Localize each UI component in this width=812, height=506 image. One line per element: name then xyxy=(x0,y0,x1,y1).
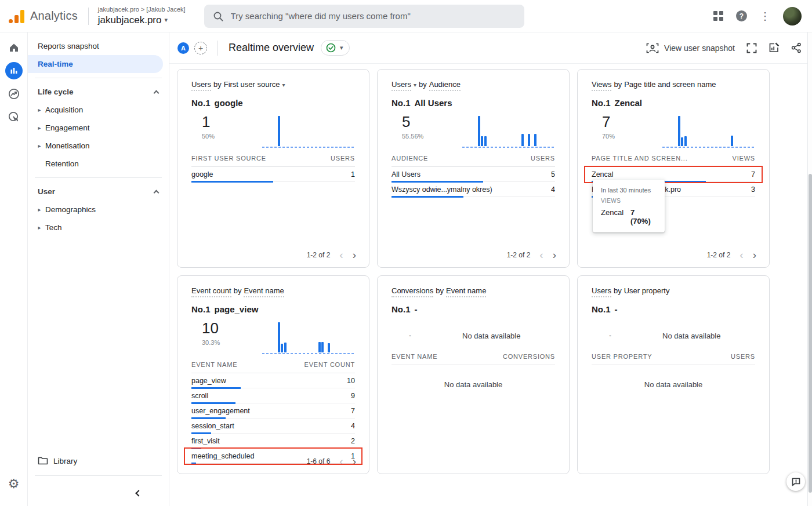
metric-caret-icon[interactable]: ▾ xyxy=(414,82,416,88)
card-title-joiner: by xyxy=(436,286,444,295)
dimension-caret-icon[interactable]: ▾ xyxy=(282,82,285,88)
pagination: 1-2 of 2‹› xyxy=(707,249,756,260)
advertising-nav-button[interactable] xyxy=(2,105,26,129)
plus-icon: + xyxy=(198,43,203,53)
table-row[interactable]: session_start4 xyxy=(191,418,355,434)
sidebar-section-life-cycle[interactable]: Life cycle xyxy=(28,83,169,101)
reports-nav-button[interactable] xyxy=(2,59,26,82)
explore-nav-button[interactable] xyxy=(2,82,26,105)
comparison-chip[interactable]: A xyxy=(177,42,189,54)
report-card: UsersbyFirst user source▾No.1google150%F… xyxy=(177,69,369,268)
no1-value: - xyxy=(615,304,618,314)
search-input[interactable] xyxy=(231,11,509,21)
metric-percent: 30.3% xyxy=(202,339,220,346)
empty-table-text: No data available xyxy=(392,380,555,389)
pagination-next-icon[interactable]: › xyxy=(553,249,556,260)
table-header: EVENT NAMECONVERSIONS xyxy=(392,353,555,365)
sidebar-item-label: Retention xyxy=(45,159,79,168)
card-metric[interactable]: Event count xyxy=(191,286,231,297)
collapse-sidebar-icon[interactable] xyxy=(135,490,142,496)
help-icon[interactable]: ? xyxy=(736,10,747,21)
sidebar-item-retention[interactable]: Retention xyxy=(28,155,169,173)
search-bar[interactable] xyxy=(204,5,524,28)
pagination-prev-icon[interactable]: ‹ xyxy=(539,249,543,260)
expand-arrow-icon: ▸ xyxy=(34,206,45,213)
report-status-pill[interactable]: ▾ xyxy=(321,40,350,56)
card-metric[interactable]: Views xyxy=(592,80,611,91)
no-data-row: -No data available xyxy=(592,325,755,346)
table-row[interactable]: page_view10 xyxy=(191,373,355,388)
scrollbar-thumb[interactable] xyxy=(809,174,812,493)
sparkline xyxy=(462,114,555,148)
sidebar-item-label: Engagement xyxy=(45,123,90,132)
sidebar-item-library[interactable]: Library xyxy=(28,451,169,471)
property-selector[interactable]: jakubjacek.pro > [Jakub Jacek] jakubjace… xyxy=(98,6,186,26)
pagination-prev-icon[interactable]: ‹ xyxy=(339,249,343,260)
nav-divider xyxy=(35,177,162,178)
card-metric[interactable]: Users xyxy=(392,80,411,91)
section-header-label: User xyxy=(38,187,55,196)
report-card: Event countbyEvent nameNo.1page_view1030… xyxy=(177,275,369,474)
card-dimension[interactable]: Event name xyxy=(244,286,284,297)
add-comparison-button[interactable]: + xyxy=(194,42,207,54)
home-nav-button[interactable] xyxy=(2,36,26,59)
table-row[interactable]: google1 xyxy=(191,167,355,182)
sidebar-item-reports-snapshot[interactable]: Reports snapshot xyxy=(28,37,169,55)
admin-settings-button[interactable]: ⚙ xyxy=(2,472,26,496)
top-entry: No.1page_view xyxy=(191,304,355,316)
sidebar-item-real-time[interactable]: Real-time xyxy=(28,55,163,73)
view-user-snapshot-button[interactable]: View user snapshot xyxy=(646,43,735,53)
user-avatar[interactable] xyxy=(783,7,802,26)
metric-percent: 70% xyxy=(602,133,615,140)
pagination-next-icon[interactable]: › xyxy=(353,249,356,260)
pagination-next-icon[interactable]: › xyxy=(753,249,756,260)
spark-bar xyxy=(684,136,687,146)
spark-bar xyxy=(321,342,324,352)
sidebar-section-user[interactable]: User xyxy=(28,183,169,201)
card-dimension[interactable]: Page title and screen name xyxy=(624,80,716,89)
fullscreen-button[interactable] xyxy=(746,43,757,53)
card-dimension[interactable]: Event name xyxy=(446,286,486,297)
sidebar-item-engagement[interactable]: ▸ Engagement xyxy=(28,119,169,137)
more-vert-icon[interactable]: ⋮ xyxy=(760,11,770,21)
row-label: google xyxy=(191,170,213,179)
table-row[interactable]: All Users5 xyxy=(392,167,555,182)
card-metric[interactable]: Users xyxy=(191,80,211,91)
no-data-text: No data available xyxy=(662,332,720,340)
card-metric[interactable]: Users xyxy=(592,286,611,297)
sidebar-item-label: Tech xyxy=(45,223,62,232)
apps-grid-icon[interactable] xyxy=(713,11,723,21)
column-header-metric: USERS xyxy=(331,155,355,162)
table-row[interactable]: scroll9 xyxy=(191,388,355,403)
row-value: 4 xyxy=(351,422,355,430)
card-dimension[interactable]: First user source xyxy=(224,80,280,89)
table-row[interactable]: first_visit2 xyxy=(191,434,355,449)
no-data-dash: - xyxy=(409,332,411,340)
no1-label: No.1 xyxy=(392,98,411,108)
pagination-prev-icon[interactable]: ‹ xyxy=(339,456,343,467)
column-header-dimension: PAGE TITLE AND SCREEN... xyxy=(592,155,688,162)
analytics-logo[interactable]: Analytics xyxy=(8,9,78,24)
table-row[interactable]: Wszyscy odwie...ymalny okres)4 xyxy=(392,182,555,197)
share-button[interactable] xyxy=(791,42,802,53)
metric-value-block: 150% xyxy=(202,113,215,148)
card-dimension[interactable]: Audience xyxy=(429,80,461,91)
table-header: PAGE TITLE AND SCREEN...VIEWS xyxy=(592,155,755,167)
pagination-prev-icon[interactable]: ‹ xyxy=(740,249,743,260)
pagination-next-icon[interactable]: › xyxy=(353,456,356,467)
card-metric[interactable]: Conversions xyxy=(392,286,433,297)
table-row[interactable]: user_engagement7 xyxy=(191,403,355,418)
sidebar-item-demographics[interactable]: ▸ Demographics xyxy=(28,201,169,219)
feedback-button[interactable] xyxy=(786,472,805,491)
sidebar-item-acquisition[interactable]: ▸ Acquisition xyxy=(28,101,169,119)
row-share-bar xyxy=(191,447,201,449)
pagination-label: 1-6 of 6 xyxy=(307,457,331,465)
column-header-metric: USERS xyxy=(531,155,555,162)
card-dimension[interactable]: User property xyxy=(624,286,670,295)
sidebar-item-monetisation[interactable]: ▸ Monetisation xyxy=(28,137,169,155)
spark-bar xyxy=(478,116,480,146)
metric-value-block: 555.56% xyxy=(402,113,423,148)
top-entry: No.1All Users xyxy=(392,98,555,110)
sidebar-item-tech[interactable]: ▸ Tech xyxy=(28,219,169,236)
customize-report-button[interactable] xyxy=(768,42,780,53)
